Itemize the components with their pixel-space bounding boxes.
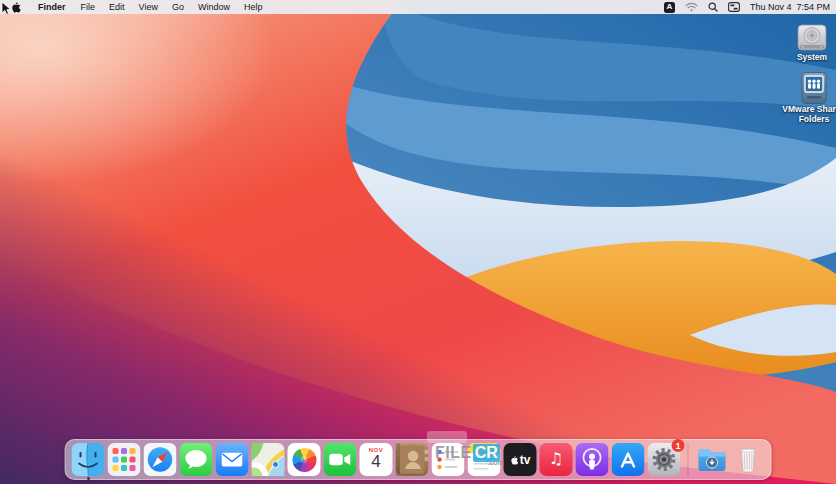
- spotlight-search-icon[interactable]: [708, 2, 718, 12]
- control-center-icon[interactable]: [728, 2, 740, 12]
- photos-pinwheel: [292, 448, 316, 472]
- internal-drive-icon: [780, 24, 836, 52]
- dock-icon-calendar[interactable]: NOV 4: [360, 443, 393, 476]
- dock-icon-tv[interactable]: tv: [504, 443, 537, 476]
- dock-icon-trash[interactable]: [732, 443, 765, 476]
- desktop-icon-label: System: [780, 53, 836, 63]
- music-note-icon: ♫: [549, 451, 563, 467]
- menu-item-help[interactable]: Help: [237, 0, 270, 14]
- dock-icon-music[interactable]: ♫: [540, 443, 573, 476]
- menu-item-go[interactable]: Go: [165, 0, 191, 14]
- dock-icon-safari[interactable]: [144, 443, 177, 476]
- dock-icon-maps[interactable]: [252, 443, 285, 476]
- dock-icon-reminders[interactable]: [432, 443, 465, 476]
- dock-icon-launchpad[interactable]: [108, 443, 141, 476]
- menu-item-edit[interactable]: Edit: [102, 0, 132, 14]
- tv-label: tv: [520, 454, 531, 466]
- dock: NOV 4: [65, 439, 772, 480]
- dock-icon-contacts[interactable]: [396, 443, 429, 476]
- desktop-icon-label: VMware Shared Folders: [782, 105, 836, 125]
- desktop-wallpaper: [0, 0, 836, 484]
- wifi-icon[interactable]: [685, 2, 698, 12]
- dock-icon-facetime[interactable]: [324, 443, 357, 476]
- menu-item-window[interactable]: Window: [191, 0, 237, 14]
- dock-icon-app-store[interactable]: [612, 443, 645, 476]
- desktop-icon-system[interactable]: System: [780, 24, 836, 63]
- dock-separator: [688, 443, 689, 477]
- dock-icon-photos[interactable]: [288, 443, 321, 476]
- dock-icon-downloads-folder[interactable]: [696, 443, 729, 476]
- running-indicator: [87, 477, 90, 480]
- calendar-day: 4: [371, 453, 380, 470]
- desktop-icon-vmware-shared-folders[interactable]: VMware Shared Folders: [782, 72, 836, 125]
- menu-bar: Finder File Edit View Go Window Help A: [0, 0, 836, 14]
- dock-icon-system-preferences[interactable]: 1: [648, 443, 681, 476]
- dock-icon-mail[interactable]: [216, 443, 249, 476]
- dock-icon-finder[interactable]: [72, 443, 105, 476]
- apple-logo-small: [510, 455, 519, 465]
- menu-bar-clock[interactable]: Thu Nov 4 7:54 PM: [750, 2, 830, 12]
- network-drive-icon: [782, 72, 836, 104]
- menu-item-file[interactable]: File: [74, 0, 103, 14]
- menu-item-view[interactable]: View: [132, 0, 165, 14]
- notification-badge: 1: [672, 439, 685, 452]
- dock-icon-messages[interactable]: [180, 443, 213, 476]
- apple-menu-icon[interactable]: [10, 1, 21, 13]
- input-source-icon[interactable]: A: [664, 2, 675, 13]
- menu-item-finder[interactable]: Finder: [30, 0, 74, 14]
- dock-icon-podcasts[interactable]: [576, 443, 609, 476]
- dock-icon-notes[interactable]: [468, 443, 501, 476]
